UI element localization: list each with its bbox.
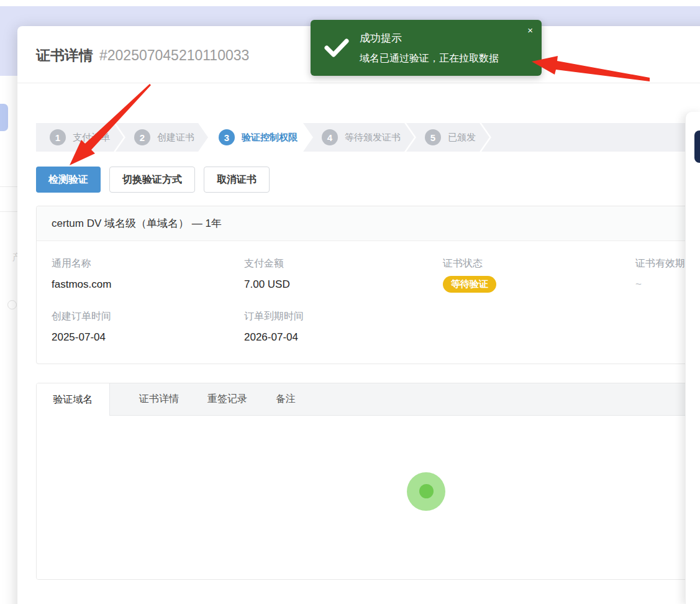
close-icon[interactable]: × [527,25,533,35]
step-verify-control: 3 验证控制权限 [200,123,311,152]
toast-text-block: 成功提示 域名已通过验证，正在拉取数据 [360,31,499,65]
order-number: #202507045210110033 [99,47,249,63]
detail-tabs-card: 验证域名 证书详情 重签记录 备注 [36,383,700,580]
tab-verify-domain[interactable]: 验证域名 [37,383,110,416]
field-value: fastmos.com [52,278,244,291]
tab-content-area [37,416,700,579]
product-title: certum DV 域名级（单域名） — 1年 [37,206,700,241]
step-label: 等待颁发证书 [345,132,401,144]
toast-title: 成功提示 [360,31,499,45]
step-create-cert: 2 创建证书 [116,123,208,152]
tab-bar: 验证域名 证书详情 重签记录 备注 [37,383,700,416]
field-order-expiry: 订单到期时间 2026-07-04 [244,310,443,344]
tab-cert-detail[interactable]: 证书详情 [125,383,193,415]
step-number: 1 [50,129,66,145]
field-label: 支付金额 [244,257,443,270]
step-number: 5 [425,129,441,145]
step-number: 4 [322,129,338,145]
step-pay-order: 1 支付订单 [36,123,124,152]
background-divider [0,211,17,212]
modal-body: 1 支付订单 2 创建证书 3 验证控制权限 4 等待颁发证书 5 已颁发 [17,123,700,580]
field-common-name: 通用名称 fastmos.com [52,257,244,293]
field-value: 7.00 USD [244,278,443,291]
step-label: 已颁发 [448,132,476,144]
action-button-row: 检测验证 切换验证方式 取消证书 [36,167,700,193]
background-divider [0,186,17,187]
field-label: 订单到期时间 [244,310,443,323]
step-label: 创建证书 [157,132,194,144]
background-sidebar-item-fragment [0,104,8,131]
step-number: 2 [134,129,150,145]
field-value: 2025-07-04 [52,331,244,344]
toast-message: 域名已通过验证，正在拉取数据 [360,52,499,65]
detect-verify-button[interactable]: 检测验证 [36,167,101,193]
progress-stepper: 1 支付订单 2 创建证书 3 验证控制权限 4 等待颁发证书 5 已颁发 [36,123,700,152]
cancel-certificate-button[interactable]: 取消证书 [204,167,270,193]
stepper-tail [481,123,700,152]
modal-title: 证书详情 [36,47,93,63]
tab-remarks[interactable]: 备注 [261,383,310,415]
switch-verify-method-button[interactable]: 切换验证方式 [109,167,195,193]
certificate-field-grid: 通用名称 fastmos.com 支付金额 7.00 USD 证书状态 等待验证… [37,241,700,364]
step-issued: 5 已颁发 [406,123,489,152]
background-header-band-left [0,31,17,76]
right-edge-panel-button[interactable] [694,130,700,163]
field-label: 证书状态 [443,257,635,270]
certificate-info-card: certum DV 域名级（单域名） — 1年 通用名称 fastmos.com… [36,206,700,364]
step-label: 验证控制权限 [242,132,298,144]
tab-resign-record[interactable]: 重签记录 [193,383,261,415]
background-search-icon [7,300,17,309]
field-payment-amount: 支付金额 7.00 USD [244,257,443,293]
field-cert-status: 证书状态 等待验证 [443,257,635,293]
step-label: 支付订单 [73,132,110,144]
right-edge-panel [685,112,700,604]
certificate-detail-modal: 证书详情#202507045210110033 1 支付订单 2 创建证书 3 … [17,26,700,604]
field-label: 创建订单时间 [52,310,244,323]
success-toast: 成功提示 域名已通过验证，正在拉取数据 × [311,20,542,76]
step-wait-issue: 4 等待颁发证书 [303,123,414,152]
loading-spinner-core [419,484,434,498]
field-label: 通用名称 [52,257,244,270]
field-value: 2026-07-04 [244,331,443,344]
field-order-created: 创建订单时间 2025-07-04 [52,310,244,344]
step-number: 3 [219,129,235,145]
loading-spinner-icon [407,472,445,511]
check-icon [324,37,349,58]
status-badge: 等待验证 [443,276,496,293]
